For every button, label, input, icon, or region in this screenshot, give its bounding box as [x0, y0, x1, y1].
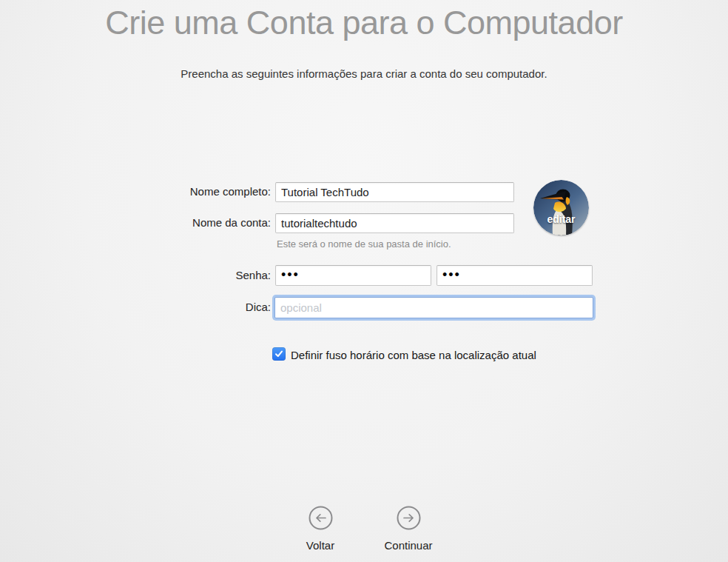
password-input[interactable] [275, 265, 431, 286]
account-name-input[interactable] [275, 213, 514, 233]
avatar[interactable]: editar [533, 180, 589, 235]
timezone-checkbox[interactable] [272, 347, 286, 361]
page-title: Crie uma Conta para o Computador [0, 4, 728, 42]
hint-input[interactable] [274, 297, 593, 318]
full-name-input[interactable] [275, 182, 514, 202]
continue-button[interactable]: Continuar [357, 506, 460, 552]
continue-button-label: Continuar [357, 539, 460, 552]
timezone-checkbox-label[interactable]: Definir fuso horário com base na localiz… [291, 349, 536, 361]
hint-label: Dica: [246, 301, 271, 314]
penguin-avatar-image [533, 180, 589, 235]
account-name-helper: Este será o nome de sua pasta de início. [277, 238, 451, 250]
account-name-label: Nome da conta: [192, 216, 271, 230]
page-subtitle: Preencha as seguintes informações para c… [0, 67, 728, 80]
password-verify-input[interactable] [437, 265, 593, 286]
setup-assistant-screen: Crie uma Conta para o Computador Preench… [0, 0, 728, 562]
password-label: Senha: [235, 269, 271, 282]
checkmark-icon [274, 349, 284, 362]
full-name-label: Nome completo: [190, 185, 271, 198]
arrow-right-circle-icon [357, 506, 460, 531]
